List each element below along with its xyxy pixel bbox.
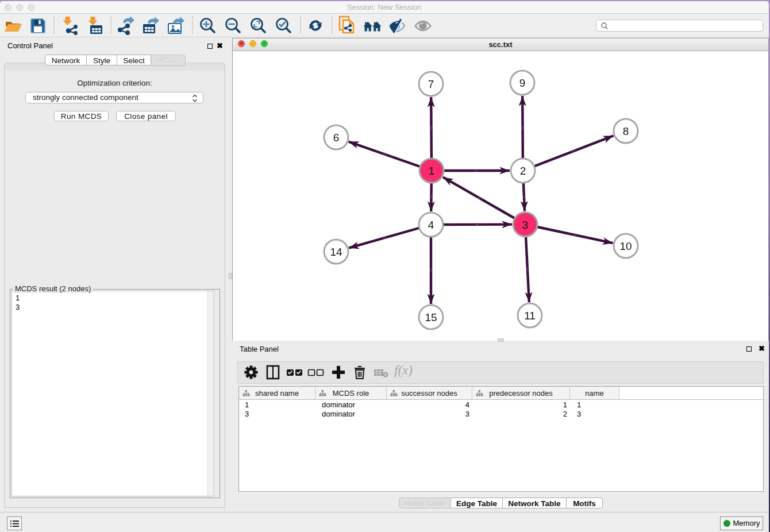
svg-text:2: 2 (520, 165, 526, 177)
svg-text:1: 1 (429, 165, 435, 177)
svg-text:11: 11 (524, 310, 536, 322)
svg-text:3: 3 (522, 219, 529, 231)
svg-text:9: 9 (519, 77, 526, 89)
svg-text:6: 6 (333, 132, 340, 144)
svg-text:14: 14 (330, 246, 342, 258)
svg-text:4: 4 (428, 219, 434, 231)
svg-text:15: 15 (425, 311, 437, 323)
svg-text:10: 10 (619, 240, 632, 252)
svg-text:7: 7 (428, 78, 434, 90)
svg-text:8: 8 (623, 125, 629, 137)
